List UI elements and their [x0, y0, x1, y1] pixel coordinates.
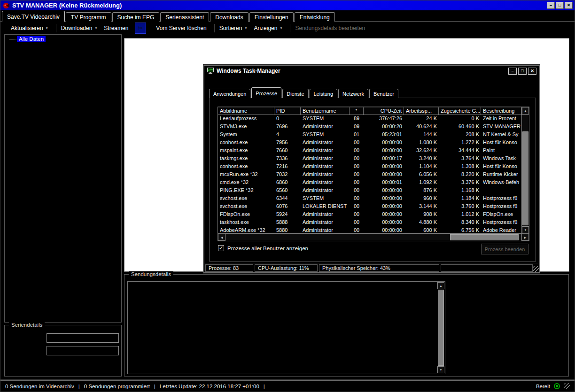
task-manager-tabstrip: AnwendungenProzesseDiensteLeistungNetzwe… — [209, 87, 399, 98]
sort-label: Sortieren — [219, 25, 242, 31]
process-row[interactable]: conhost.exe7956Administrator0000:00:001.… — [218, 139, 529, 147]
tab-anwendungen[interactable]: Anwendungen — [209, 89, 250, 98]
show-all-users-checkbox[interactable]: ✓ — [218, 245, 224, 251]
tab-suche-im-epg[interactable]: Suche im EPG — [112, 12, 160, 22]
process-cell: 00:00:00 — [364, 163, 404, 171]
process-cell: PING.EXE *32 — [218, 187, 274, 195]
process-cell: Administrator — [301, 163, 350, 171]
seriendetails-field-1[interactable] — [47, 333, 119, 343]
statusbar-item: 0 Sendungen programmiert — [84, 384, 150, 389]
scrollbar-thumb[interactable] — [450, 234, 519, 240]
process-row[interactable]: svchost.exe6344SYSTEM0000:00:00960 K1.18… — [218, 195, 529, 203]
tree-item-label: Alle Daten — [17, 36, 46, 42]
sort-button[interactable]: Sortieren ▼ — [219, 25, 248, 31]
process-cell: 40.624 K — [404, 123, 439, 131]
process-row[interactable]: svchost.exe6076LOKALER DIENST0000:00:003… — [218, 203, 529, 211]
stream-button[interactable]: Streamen — [104, 25, 128, 31]
process-row[interactable]: taskhost.exe5888Administrator0000:00:004… — [218, 219, 529, 227]
process-row[interactable]: FDispOn.exe5924Administrator0000:00:0090… — [218, 211, 529, 219]
process-cell: 00:00:00 — [364, 211, 404, 219]
process-cell: Administrator — [301, 123, 350, 131]
column-header-zugesicherte-g[interactable]: Zugesicherte G... — [439, 107, 481, 115]
process-row[interactable]: PING.EXE *326560Administrator0000:00:008… — [218, 187, 529, 195]
tab-downloads[interactable]: Downloads — [210, 12, 248, 22]
process-cell: 6.056 K — [404, 171, 439, 179]
column-header-abbildname[interactable]: Abbildname — [218, 107, 274, 115]
end-process-button[interactable]: Prozess beenden — [481, 244, 528, 254]
sendungsdetails-label: Sendungsdetails — [129, 271, 173, 277]
process-cell: 876 K — [404, 187, 439, 195]
minimize-icon[interactable]: – — [547, 2, 555, 9]
sort-desc-icon[interactable]: ▼ — [350, 107, 364, 115]
close-icon[interactable]: ✕ — [565, 2, 573, 9]
column-header-beschreibung[interactable]: Beschreibung — [481, 107, 521, 115]
main-tabstrip: Save.TV VideoarchivTV ProgrammSuche im E… — [2, 11, 336, 22]
process-cell: 7216 — [274, 163, 301, 171]
resize-grip[interactable] — [564, 383, 570, 389]
task-manager-window: Windows Task-Manager – □ ✕ AnwendungenPr… — [203, 65, 540, 273]
process-row[interactable]: mcxRun.exe *327032Administrator0000:00:0… — [218, 171, 529, 179]
tab-save-tv-videoarchiv[interactable]: Save.TV Videoarchiv — [2, 11, 65, 22]
seriendetails-field-2[interactable] — [47, 346, 119, 355]
column-header-arbeitssp[interactable]: Arbeitssp... — [404, 107, 439, 115]
status-section-cpu-auslastung: CPU-Auslastung: 11% — [255, 264, 318, 272]
view-button[interactable]: Anzeigen ▼ — [254, 25, 282, 31]
scissors-icon[interactable]: ✂ — [135, 23, 146, 34]
process-row[interactable]: System4SYSTEM0105:23:01144 K208 KNT Kern… — [218, 131, 529, 139]
maximize-icon[interactable]: □ — [556, 2, 564, 9]
minimize-icon[interactable]: – — [508, 68, 517, 75]
process-row[interactable]: STVM3.exe7696Administrator0900:00:2040.6… — [218, 123, 529, 131]
scroll-right-icon[interactable]: ▶ — [521, 234, 529, 241]
process-row[interactable]: conhost.exe7216Administrator0000:00:001.… — [218, 163, 529, 171]
process-cell: 7336 — [274, 155, 301, 163]
process-cell: 1.168 K — [439, 187, 481, 195]
process-row[interactable]: taskmgr.exe7336Administrator0000:00:173.… — [218, 155, 529, 163]
process-table-vscrollbar[interactable]: ▲ ▼ — [521, 107, 529, 234]
scrollbar-thumb[interactable] — [522, 131, 528, 225]
maximize-icon[interactable]: □ — [518, 68, 527, 75]
ready-status-label: Bereit — [536, 384, 550, 389]
process-cell: 7660 — [274, 147, 301, 155]
scroll-down-icon[interactable]: ▼ — [522, 226, 529, 234]
process-row[interactable]: cmd.exe *326860Administrator0000:00:011.… — [218, 179, 529, 187]
delete-from-server-button[interactable]: Vom Server löschen — [156, 25, 206, 31]
process-cell: 00:00:00 — [364, 147, 404, 155]
process-cell: 00 — [350, 211, 364, 219]
refresh-button[interactable]: Aktualisieren ▼ — [11, 25, 48, 31]
tab-einstellungen[interactable]: Einstellungen — [249, 12, 294, 22]
process-table-hscrollbar[interactable]: ◀ ▶ — [218, 233, 529, 241]
resize-grip[interactable] — [533, 266, 539, 272]
tab-prozesse[interactable]: Prozesse — [251, 87, 281, 98]
tree-item-alle-daten[interactable]: Alle Daten — [9, 36, 121, 42]
sendungsdetails-scrollbar[interactable]: ▲ ▼ — [437, 282, 444, 373]
scroll-up-icon[interactable]: ▲ — [437, 282, 444, 289]
scroll-down-icon[interactable]: ▼ — [437, 366, 444, 373]
process-cell: NT Kernel & Sy — [481, 131, 521, 139]
statusbar-separator: | — [78, 384, 80, 389]
process-cell: AdobeARM.exe *32 — [218, 227, 274, 234]
tab-dienste[interactable]: Dienste — [282, 89, 308, 98]
process-cell: 00:00:01 — [364, 179, 404, 187]
column-header-pid[interactable]: PID — [274, 107, 301, 115]
column-header-benutzername[interactable]: Benutzername — [301, 107, 350, 115]
task-manager-titlebar: Windows Task-Manager – □ ✕ — [204, 66, 539, 76]
process-cell: 3.764 K — [439, 155, 481, 163]
tab-serienassistent[interactable]: Serienassistent — [160, 12, 209, 22]
process-row[interactable]: Leerlaufprozess0SYSTEM89376:47:2624 K0 K… — [218, 115, 529, 123]
process-cell: 00 — [350, 155, 364, 163]
tab-netzwerk[interactable]: Netzwerk — [338, 89, 368, 98]
close-icon[interactable]: ✕ — [528, 68, 536, 75]
process-cell: Administrator — [301, 187, 350, 195]
column-header-cpu-zeit[interactable]: CPU-Zeit — [364, 107, 404, 115]
process-row[interactable]: mspaint.exe7660Administrator0000:00:0032… — [218, 147, 529, 155]
tab-benutzer[interactable]: Benutzer — [369, 89, 398, 98]
process-row[interactable]: AdobeARM.exe *325880Administrator0000:00… — [218, 227, 529, 234]
process-cell: 600 K — [404, 227, 439, 234]
scrollbar-thumb[interactable] — [438, 290, 444, 366]
tab-leistung[interactable]: Leistung — [310, 89, 338, 98]
tab-tv-programm[interactable]: TV Programm — [66, 12, 111, 22]
download-button[interactable]: Downloaden ▼ — [61, 25, 98, 31]
tab-entwicklung[interactable]: Entwicklung — [295, 12, 335, 22]
scroll-left-icon[interactable]: ◀ — [218, 234, 225, 241]
scroll-up-icon[interactable]: ▲ — [522, 107, 529, 115]
